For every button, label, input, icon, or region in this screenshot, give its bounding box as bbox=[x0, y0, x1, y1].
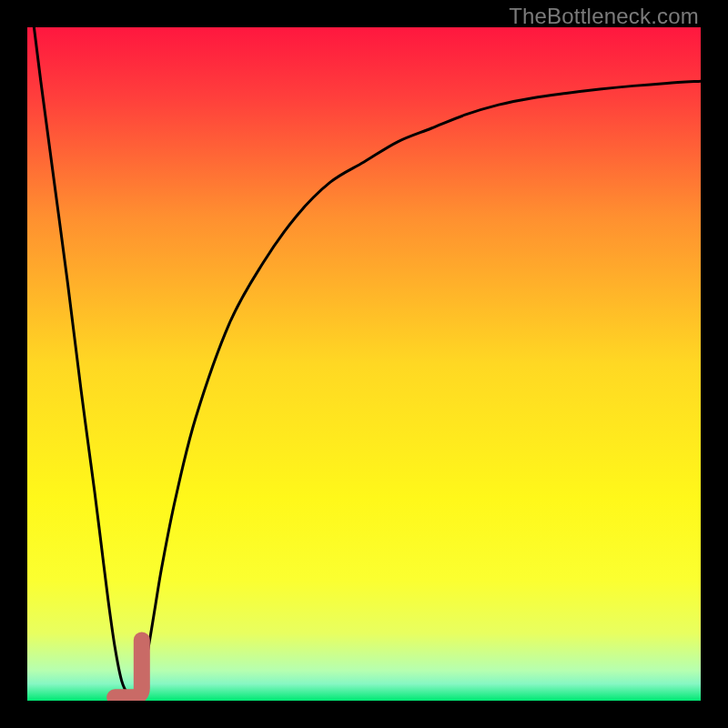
gradient-background bbox=[27, 27, 701, 701]
chart-svg bbox=[27, 27, 701, 701]
chart-frame: TheBottleneck.com bbox=[0, 0, 728, 728]
watermark-text: TheBottleneck.com bbox=[509, 4, 699, 29]
plot-area bbox=[27, 27, 701, 701]
